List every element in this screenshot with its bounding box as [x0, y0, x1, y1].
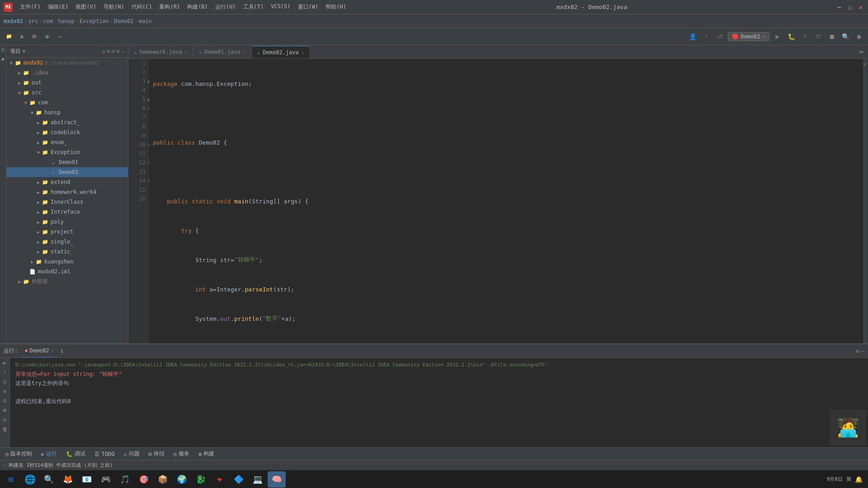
run-up-icon[interactable]: ↑ [2, 368, 7, 376]
tab-demo01[interactable]: ☕ Demo01.java ✕ [193, 46, 252, 58]
file-tree-close[interactable]: – [121, 48, 124, 54]
file-tree-collapse-all[interactable]: ⊟ [112, 48, 115, 54]
taskbar-start[interactable]: ⊞ [2, 471, 20, 488]
taskbar-app12[interactable]: 🔷 [230, 471, 248, 488]
taskbar-edge[interactable]: 🌐 [21, 471, 39, 488]
taskbar-chrome[interactable]: 🌍 [173, 471, 191, 488]
bottom-settings-icon[interactable]: ⚙ [856, 348, 859, 354]
activity-icon-2[interactable]: ● [0, 54, 6, 63]
tree-item-demo02[interactable]: ☕ Demo02 [6, 167, 128, 177]
tree-item-external-libs[interactable]: ▶ 📁 外部库 [6, 277, 128, 286]
tree-item-exception[interactable]: ▼ 📁 Exception [6, 147, 128, 157]
breadcrumb-main[interactable]: main [139, 18, 152, 24]
tree-item-com[interactable]: ▼ 📁 com [6, 98, 128, 108]
code-content[interactable]: package com.hansp.Exception; public clas… [149, 59, 863, 343]
tree-item-poly[interactable]: ▶ 📁 poly [6, 217, 128, 227]
toolbar-tree-btn[interactable]: ≡ [16, 31, 27, 42]
bottom-info-icon[interactable]: ℹ [61, 348, 63, 354]
breadcrumb-exception[interactable]: Exception [80, 18, 109, 24]
menu-window[interactable]: 窗口(W) [296, 2, 321, 12]
file-tree-settings[interactable]: ≡ [107, 48, 110, 54]
tree-item-single[interactable]: ▶ 📁 single_ [6, 237, 128, 247]
breadcrumb-src[interactable]: src [28, 18, 38, 24]
run-config-dropdown[interactable]: 🔴 Demo02 ▼ [728, 32, 769, 41]
menu-file[interactable]: 文件(F) [18, 2, 42, 12]
menu-code[interactable]: 代码(C) [130, 2, 154, 12]
tree-item-kuangshen[interactable]: ▶ 📁 kuangshen [6, 257, 128, 267]
menu-tools[interactable]: 工具(T) [241, 2, 266, 12]
toolbar-settings2[interactable]: ⚙ [854, 31, 864, 42]
search-button[interactable]: 🔍 [840, 31, 851, 42]
maximize-button[interactable]: ☐ [846, 4, 854, 11]
coverage-button[interactable]: 🛡 [813, 31, 824, 42]
tab-homework[interactable]: ☕ homework.java ✕ [128, 46, 193, 58]
tree-item-enum[interactable]: ▶ 📁 enum_ [6, 137, 128, 147]
toolbar-git-icon[interactable]: ↑ [701, 31, 712, 42]
menu-view[interactable]: 视图(V) [74, 2, 98, 12]
taskbar-app3[interactable]: 🦊 [59, 471, 77, 488]
stop-button[interactable]: ⏹ [826, 31, 837, 42]
menu-help[interactable]: 帮助(H) [324, 2, 348, 12]
taskbar-lang[interactable]: 🔔 [855, 476, 863, 483]
menu-refactor[interactable]: 重构(R) [157, 2, 182, 12]
tab-close-homework[interactable]: ✕ [185, 50, 188, 55]
todo-tab[interactable]: ☰ TODO [93, 450, 116, 458]
taskbar-vscode[interactable]: 💻 [249, 471, 267, 488]
menu-run[interactable]: 运行(U) [213, 2, 238, 12]
taskbar-steam[interactable]: 🎮 [97, 471, 115, 488]
activity-icon-1[interactable]: ☰ [0, 45, 6, 54]
breadcrumb-project[interactable]: mxdx02 [4, 18, 23, 24]
run-play-icon[interactable]: ▶ [2, 359, 7, 367]
breadcrumb-demo02[interactable]: Demo02 [114, 18, 133, 24]
debug-tab[interactable]: 🐛 调试 [64, 449, 87, 459]
file-tree-settings2[interactable]: ⚙ [117, 48, 120, 54]
tree-item-codeblock[interactable]: ▶ 📁 codeblock [6, 127, 128, 137]
tree-item-extend[interactable]: ▶ 📁 extend [6, 177, 128, 187]
tree-item-abstract[interactable]: ▶ 📁 abstract_ [6, 117, 128, 127]
taskbar-epic[interactable]: 🎯 [135, 471, 153, 488]
toolbar-git-merge[interactable]: ⎇ [714, 31, 725, 42]
toolbar-settings-btn[interactable]: ⚙ [42, 31, 52, 42]
version-control-tab[interactable]: ◎ 版本控制 [4, 449, 34, 459]
run-button[interactable]: ▶ [772, 31, 783, 42]
tree-item-idea[interactable]: ▶ 📁 .idea [6, 68, 128, 78]
minimize-button[interactable]: ─ [835, 4, 843, 11]
menu-edit[interactable]: 编辑(E) [46, 2, 71, 12]
run-tab[interactable]: ▶ 运行 [39, 449, 59, 459]
taskbar-app4[interactable]: 📧 [78, 471, 96, 488]
bottom-close-icon[interactable]: – [861, 348, 864, 354]
tree-item-hansp[interactable]: ▼ 📁 hansp [6, 108, 128, 117]
taskbar-search[interactable]: 🔍 [40, 471, 58, 488]
tab-demo02[interactable]: ☕ Demo02.java ✕ [252, 46, 310, 58]
toolbar-sync-btn[interactable]: ⟳ [29, 31, 40, 42]
tree-item-project[interactable]: ▶ 📁 project [6, 227, 128, 237]
bottom-tab-demo02[interactable]: ● Demo02 ✕ [21, 344, 57, 358]
tabs-more[interactable]: ≫ [855, 46, 868, 58]
tree-item-static[interactable]: ▶ 📁 static_ [6, 247, 128, 257]
file-tree-dropdown[interactable]: ▼ [23, 49, 25, 54]
taskbar-app10[interactable]: 🐉 [192, 471, 210, 488]
tree-item-src[interactable]: ▼ 📁 src [6, 88, 128, 98]
toolbar-project-icon[interactable]: 📁 [4, 31, 14, 42]
tree-item-homework[interactable]: ▶ 📁 homework.work4 [6, 187, 128, 197]
profile-button[interactable]: ⚡ [799, 31, 810, 42]
menu-vcs[interactable]: VCS(S) [269, 2, 292, 12]
problems-tab[interactable]: ⚠ 问题 [122, 449, 141, 459]
tree-item-out[interactable]: ▶ 📁 out [6, 78, 128, 88]
menu-build[interactable]: 构建(B) [185, 2, 210, 12]
tree-item-demo01[interactable]: ☕ Demo01 [6, 157, 128, 167]
close-button[interactable]: ✕ [857, 4, 864, 11]
terminal-tab[interactable]: ⊟ 终结 [147, 449, 166, 459]
tab-close-demo01[interactable]: ✕ [243, 50, 246, 55]
bottom-tab-close[interactable]: ✕ [51, 348, 54, 353]
breadcrumb-hansp[interactable]: hansp [58, 18, 74, 24]
tree-item-intreface[interactable]: ▶ 📁 Intreface [6, 207, 128, 217]
tree-item-mxdx02[interactable]: ▼ 📁 mxdx02 D:/javacode/mxdx02 [6, 58, 128, 68]
taskbar-app6[interactable]: 🎵 [116, 471, 134, 488]
tab-close-demo02[interactable]: ✕ [302, 50, 304, 55]
debug-button[interactable]: 🐛 [786, 31, 797, 42]
taskbar-app8[interactable]: 📦 [154, 471, 172, 488]
tree-item-iml[interactable]: 📄 mxdx02.iml [6, 267, 128, 277]
toolbar-user-icon[interactable]: 👤 [687, 31, 698, 42]
breadcrumb-com[interactable]: com [43, 18, 53, 24]
